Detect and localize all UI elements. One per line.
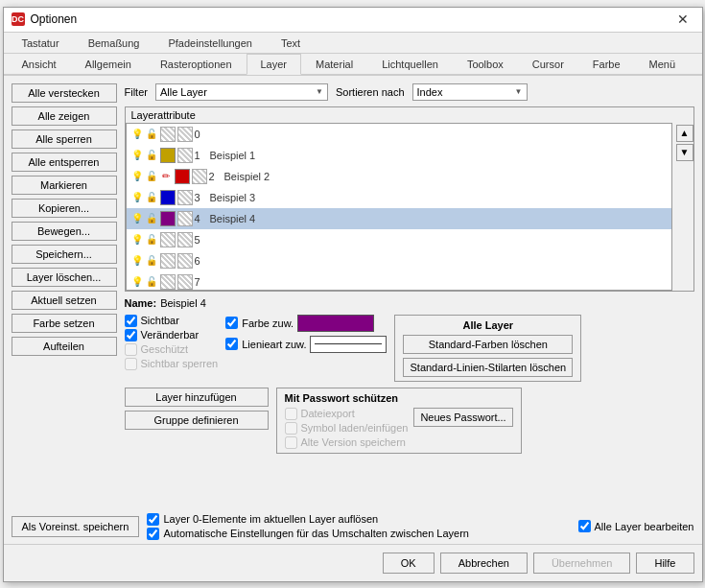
sichtbar-row: Sichtbar [125, 315, 219, 327]
veraenderbar-checkbox[interactable] [125, 329, 137, 341]
tab-layer[interactable]: Layer [247, 54, 302, 75]
tab-toolbox[interactable]: Toolbox [453, 54, 518, 74]
farbe-setzen-button[interactable]: Farbe setzen [12, 314, 117, 333]
tab-allgemein[interactable]: Allgemein [71, 54, 146, 74]
tab-pfadeinstellungen[interactable]: Pfadeinstellungen [153, 33, 266, 53]
passwort-title: Mit Passwort schützen [285, 392, 513, 404]
scroll-down-button[interactable]: ▼ [676, 144, 693, 161]
tab-ansicht[interactable]: Ansicht [8, 54, 71, 74]
layer0-label: Layer 0-Elemente im aktuellen Layer aufl… [163, 513, 378, 525]
standard-farben-loeschen-button[interactable]: Standard-Farben löschen [403, 335, 573, 354]
aufteilen-button[interactable]: Aufteilen [12, 337, 117, 356]
standard-linien-stilarten-loeschen-button[interactable]: Standard-Linien-Stilarten löschen [403, 358, 573, 377]
neues-passwort-button[interactable]: Neues Passwort... [413, 408, 512, 427]
left-panel: Alle verstecken Alle zeigen Alle sperren… [12, 83, 117, 504]
alle-zeigen-button[interactable]: Alle zeigen [12, 106, 117, 126]
table-row[interactable]: 💡 🔓 ✏ 2 Beispiel 2 [127, 166, 671, 187]
bewegen-button[interactable]: Bewegen... [12, 222, 117, 241]
table-row[interactable]: 💡 🔓 1 Beispiel 1 [127, 145, 671, 166]
sort-label: Sortieren nach [336, 86, 405, 98]
table-row[interactable]: 💡 🔓 0 [127, 124, 671, 145]
geschuetzt-checkbox[interactable] [125, 343, 137, 356]
als-voreinst-button[interactable]: Als Voreinst. speichern [12, 516, 140, 537]
bottom-section: Layer hinzufügen Gruppe definieren Mit P… [125, 388, 694, 454]
sort-select[interactable]: Index ▼ [412, 83, 528, 101]
sichtbar-sperren-checkbox[interactable] [125, 358, 137, 370]
color-check-swatch [160, 127, 176, 142]
bulb-icon: 💡 [130, 191, 144, 204]
speichern-button[interactable]: Speichern... [12, 245, 117, 264]
tab-cursor[interactable]: Cursor [518, 54, 578, 74]
tab-rasteroptionen[interactable]: Rasteroptionen [146, 54, 247, 74]
title-bar: DC Optionen ✕ [4, 8, 702, 33]
alte-version-checkbox[interactable] [285, 436, 297, 449]
bulb-icon: 💡 [130, 233, 144, 247]
linien-swatch[interactable] [310, 336, 387, 353]
linieart-zuw-checkbox[interactable] [225, 338, 238, 350]
sichtbar-checkbox[interactable] [125, 315, 137, 327]
pattern-swatch [177, 211, 193, 226]
passwort-row: Dateiexport Symbol laden/einfügen Alte V… [285, 408, 513, 449]
alle-layer-panel: Alle Layer Standard-Farben löschen Stand… [394, 315, 581, 382]
auto-einstellungen-checkbox-row: Automatische Einstellungen für das Umsch… [147, 528, 469, 540]
cancel-button[interactable]: Abbrechen [440, 553, 528, 574]
layer-list-container: 💡 🔓 0 💡 🔓 [126, 123, 693, 291]
filter-arrow-icon: ▼ [316, 87, 323, 96]
tab-material[interactable]: Material [301, 54, 367, 74]
filter-select[interactable]: Alle Layer ▼ [155, 83, 328, 101]
bulb-icon: 💡 [130, 128, 144, 141]
aktuell-setzen-button[interactable]: Aktuell setzen [12, 291, 117, 310]
alle-sperren-button[interactable]: Alle sperren [12, 129, 117, 149]
linieart-row: Lienieart zuw. [225, 336, 387, 353]
lock-icon: 🔓 [145, 191, 158, 204]
pattern-swatch [192, 169, 207, 184]
tab-tastatur[interactable]: Tastatur [8, 33, 74, 53]
kopieren-button[interactable]: Kopieren... [12, 199, 117, 218]
lock-icon: 🔓 [145, 254, 158, 268]
props-left: Sichtbar Veränderbar Geschützt Sichtbar … [125, 315, 219, 382]
tab-text[interactable]: Text [267, 33, 315, 53]
main-content: Alle verstecken Alle zeigen Alle sperren… [4, 76, 702, 511]
table-row[interactable]: 💡 🔓 6 [127, 250, 671, 271]
alle-entsperren-button[interactable]: Alle entsperren [12, 153, 117, 172]
scroll-up-button[interactable]: ▲ [676, 125, 693, 142]
sichtbar-sperren-label: Sichtbar sperren [141, 358, 219, 369]
table-row[interactable]: 💡 🔓 3 Beispiel 3 [127, 187, 671, 208]
bulb-icon: 💡 [130, 275, 144, 289]
layer-number: 2 [209, 171, 223, 182]
veraenderbar-label: Veränderbar [141, 329, 200, 341]
tab-menu[interactable]: Menü [635, 54, 691, 74]
alle-verstecken-button[interactable]: Alle verstecken [12, 83, 117, 103]
layer-name: Beispiel 4 [210, 213, 256, 224]
help-button[interactable]: Hilfe [636, 553, 693, 574]
apply-button[interactable]: Übernehmen [533, 553, 631, 574]
layer-number: 1 [195, 150, 208, 161]
layer-name: Beispiel 1 [210, 150, 256, 161]
symbol-laden-checkbox[interactable] [285, 422, 297, 435]
table-row[interactable]: 💡 🔓 7 [127, 271, 671, 291]
dateiexport-checkbox[interactable] [285, 408, 297, 420]
farbe-swatch[interactable] [297, 315, 374, 332]
properties-area: Sichtbar Veränderbar Geschützt Sichtbar … [125, 315, 694, 382]
table-row[interactable]: 💡 🔓 4 Beispiel 4 [127, 208, 671, 229]
table-row[interactable]: 💡 🔓 5 [127, 229, 671, 250]
layer-number: 7 [195, 276, 208, 288]
auto-einstellungen-checkbox[interactable] [147, 528, 159, 540]
tab-lichtquellen[interactable]: Lichtquellen [367, 54, 453, 74]
pattern-swatch [177, 274, 193, 290]
second-tab-bar: Ansicht Allgemein Rasteroptionen Layer M… [4, 54, 702, 76]
passwort-group: Mit Passwort schützen Dateiexport Symbol… [276, 388, 522, 454]
ok-button[interactable]: OK [383, 553, 435, 574]
gruppe-definieren-button[interactable]: Gruppe definieren [125, 411, 269, 430]
layer0-checkbox[interactable] [147, 513, 159, 526]
layer-hinzufuegen-button[interactable]: Layer hinzufügen [125, 388, 269, 407]
close-button[interactable]: ✕ [671, 10, 694, 29]
layer-loeschen-button[interactable]: Layer löschen... [12, 268, 117, 287]
tab-farbe[interactable]: Farbe [578, 54, 635, 74]
markieren-button[interactable]: Markieren [12, 176, 117, 195]
tab-bemasssung[interactable]: Bemaßung [74, 33, 154, 53]
alle-layer-bearbeiten-checkbox[interactable] [578, 520, 591, 532]
layer-list[interactable]: 💡 🔓 0 💡 🔓 [126, 123, 672, 291]
app-icon: DC [12, 12, 25, 26]
farbe-zuw-checkbox[interactable] [225, 317, 238, 329]
